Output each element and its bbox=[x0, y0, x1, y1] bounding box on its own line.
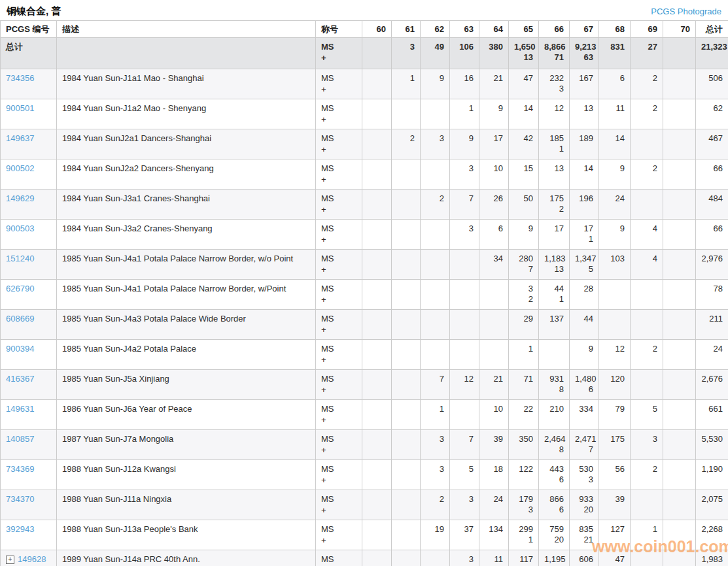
grade-65-cell: 122 bbox=[509, 460, 539, 490]
grade-65-cell: 1 bbox=[509, 340, 539, 370]
grade-61-cell bbox=[392, 550, 421, 566]
grade-66-cell-value: 185 bbox=[544, 133, 564, 144]
pcgs-number-link[interactable]: 149631 bbox=[6, 404, 34, 414]
grade-66-cell-value: 931 bbox=[544, 373, 564, 384]
grade-63-cell: 12 bbox=[450, 370, 479, 400]
grade-67-cell: 28 bbox=[570, 280, 599, 310]
pcgs-number-link[interactable]: 608669 bbox=[6, 314, 34, 324]
grade-68-cell: 11 bbox=[599, 99, 631, 129]
grade-60-cell bbox=[362, 460, 392, 490]
pcgs-number-link[interactable]: 149628 bbox=[18, 554, 46, 564]
grade-63-cell: 37 bbox=[450, 520, 479, 550]
grade-69-cell: 1 bbox=[631, 520, 663, 550]
coin-description: 1984 Yuan SunJ2a2 Dancers-Shenyang bbox=[57, 159, 316, 190]
pcgs-number-link[interactable]: 392943 bbox=[6, 524, 34, 534]
col-header-desc: 描述 bbox=[57, 21, 316, 38]
col-header-pcgs: PCGS 编号 bbox=[1, 21, 57, 38]
grade-66-cell: 75920 bbox=[539, 520, 570, 550]
grade-65-cell-plus-value: 2 bbox=[514, 294, 533, 305]
pcgs-number-link[interactable]: 900394 bbox=[6, 344, 34, 354]
pcgs-photograde-link[interactable]: PCGS Photograde bbox=[651, 7, 721, 16]
pcgs-number-link[interactable]: 900503 bbox=[6, 224, 34, 233]
grade-63-cell: 5 bbox=[450, 460, 479, 490]
expand-icon[interactable]: + bbox=[6, 556, 14, 564]
grade-67-cell: 167 bbox=[570, 69, 599, 99]
designation-cell-line1: MS bbox=[321, 73, 356, 84]
pcgs-number-link[interactable]: 900501 bbox=[6, 103, 34, 113]
grade-68-cell: 14 bbox=[599, 129, 631, 159]
designation-cell-line2: + bbox=[321, 414, 356, 425]
grade-68-cell: 120 bbox=[599, 370, 631, 400]
pcgs-number-link[interactable]: 151240 bbox=[6, 254, 34, 263]
row-total: 1,983 bbox=[696, 550, 728, 566]
grade-67-cell-plus-value: 5 bbox=[575, 264, 593, 275]
row-total: 66 bbox=[696, 220, 728, 250]
grade-69-cell: 2 bbox=[631, 340, 663, 370]
grade-62-cell: 2 bbox=[421, 490, 450, 520]
grade-65-cell: 22 bbox=[509, 400, 539, 430]
grade-62-cell: 3 bbox=[421, 460, 450, 490]
totals-grade-65: 1,65013 bbox=[509, 38, 539, 69]
grade-67-cell: 5303 bbox=[570, 460, 599, 490]
totals-grand-total: 21,323 bbox=[696, 38, 728, 69]
row-total: 1,190 bbox=[696, 460, 728, 490]
col-header-grade-61: 61 bbox=[392, 21, 421, 38]
grade-66-cell-value: 1,195 bbox=[544, 554, 564, 565]
grade-70-cell bbox=[663, 340, 696, 370]
grade-64-cell: 18 bbox=[479, 460, 509, 490]
grade-62-cell bbox=[421, 159, 450, 190]
grade-64-cell: 6 bbox=[479, 220, 509, 250]
pcgs-number-cell: 392943 bbox=[1, 520, 57, 550]
grade-65-cell: 350 bbox=[509, 430, 539, 460]
grade-68-cell: 12 bbox=[599, 340, 631, 370]
grade-65-cell-value: 179 bbox=[514, 493, 533, 505]
designation-cell-line1: MS bbox=[321, 373, 356, 384]
pcgs-number-link[interactable]: 149629 bbox=[6, 193, 34, 203]
grade-63-cell bbox=[450, 310, 479, 340]
col-header-total: 总计 bbox=[696, 21, 728, 38]
table-row: 6086691985 Yuan Sun-J4a3 Potala Palace W… bbox=[1, 310, 728, 340]
grade-68-cell: 6 bbox=[599, 69, 631, 99]
grade-64-cell: 134 bbox=[479, 520, 509, 550]
grade-62-cell: 3 bbox=[421, 430, 450, 460]
totals-label: 总计 bbox=[1, 38, 57, 69]
table-row: 7343691988 Yuan Sun-J12a KwangsiMS+35181… bbox=[1, 460, 728, 490]
coin-description: 1986 Yuan Sun-J6a Year of Peace bbox=[57, 400, 316, 430]
designation-cell-line2: + bbox=[321, 114, 356, 125]
pcgs-number-link[interactable]: 140857 bbox=[6, 434, 34, 444]
pcgs-number-link[interactable]: 734369 bbox=[6, 464, 34, 474]
page-header: 铜镍合金, 普 PCGS Photograde bbox=[0, 0, 728, 20]
col-header-grade-70: 70 bbox=[663, 21, 696, 38]
grade-62-cell bbox=[421, 280, 450, 310]
pcgs-number-link[interactable]: 900502 bbox=[6, 163, 34, 173]
designation-cell-line2: + bbox=[321, 354, 356, 365]
table-row: 9005021984 Yuan SunJ2a2 Dancers-Shenyang… bbox=[1, 159, 728, 190]
grade-68-cell: 79 bbox=[599, 400, 631, 430]
col-header-grade-64: 64 bbox=[479, 21, 509, 38]
grade-66-cell: 13 bbox=[539, 159, 570, 190]
pcgs-number-cell: 734369 bbox=[1, 460, 57, 490]
designation-cell: MS+ bbox=[316, 69, 362, 99]
pcgs-number-cell: 151240 bbox=[1, 250, 57, 280]
grade-69-cell bbox=[631, 190, 663, 220]
grade-61-cell bbox=[392, 220, 421, 250]
grade-60-cell bbox=[362, 430, 392, 460]
grade-65-cell: 1793 bbox=[509, 490, 539, 520]
grade-70-cell bbox=[663, 190, 696, 220]
pcgs-number-link[interactable]: 149637 bbox=[6, 133, 34, 143]
pcgs-number-link[interactable]: 734356 bbox=[6, 73, 34, 83]
pcgs-number-link[interactable]: 416367 bbox=[6, 374, 34, 384]
grade-67-cell: 2,4717 bbox=[570, 430, 599, 460]
grade-69-cell: 2 bbox=[631, 99, 663, 129]
grade-66-cell: 137 bbox=[539, 310, 570, 340]
pcgs-number-link[interactable]: 626790 bbox=[6, 284, 34, 293]
coin-description: 1989 Yuan Sun-J14a PRC 40th Ann. bbox=[57, 550, 316, 566]
grade-63-cell: 1 bbox=[450, 99, 479, 129]
population-report-page: 铜镍合金, 普 PCGS Photograde PCGS 编号描述称号60616… bbox=[0, 0, 728, 566]
pcgs-number-link[interactable]: 734370 bbox=[6, 494, 34, 504]
designation-cell: MS+ bbox=[316, 190, 362, 220]
grade-68-cell: 175 bbox=[599, 430, 631, 460]
grade-66-cell-plus-value: 1 bbox=[544, 294, 564, 305]
grade-63-cell: 9 bbox=[450, 129, 479, 159]
pcgs-number-cell: 734356 bbox=[1, 69, 57, 99]
